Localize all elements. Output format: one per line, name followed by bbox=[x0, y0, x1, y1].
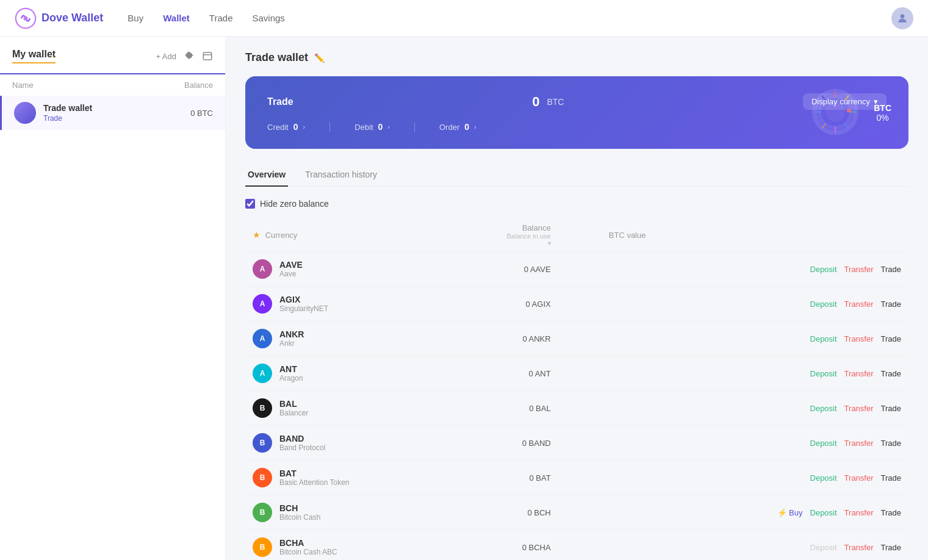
coin-symbol: AAVE bbox=[279, 260, 303, 270]
sidebar-actions: + Add bbox=[156, 51, 213, 62]
trade-button[interactable]: Trade bbox=[881, 473, 901, 483]
transfer-button[interactable]: Transfer bbox=[844, 508, 874, 517]
trade-stat-credit[interactable]: Credit 0 › bbox=[267, 122, 329, 132]
buy-button[interactable]: ⚡ Buy bbox=[777, 508, 803, 517]
coin-fullname: Aragon bbox=[279, 374, 303, 382]
nav-buy[interactable]: Buy bbox=[128, 13, 143, 23]
table-row: A ANT Aragon 0 ANT Deposit Transfer Trad… bbox=[245, 356, 908, 391]
th-balance[interactable]: Balance Balance in use ▾ bbox=[450, 218, 558, 252]
logo[interactable]: Dove Wallet bbox=[15, 7, 103, 29]
transfer-button[interactable]: Transfer bbox=[844, 334, 874, 343]
transfer-button[interactable]: Transfer bbox=[844, 265, 874, 274]
nav-savings[interactable]: Savings bbox=[252, 13, 284, 23]
order-label: Order bbox=[439, 123, 459, 132]
coin-cell: B BCHA Bitcoin Cash ABC bbox=[245, 530, 450, 561]
tab-overview[interactable]: Overview bbox=[245, 163, 288, 187]
transfer-button[interactable]: Transfer bbox=[844, 369, 874, 378]
coin-logo: A bbox=[253, 329, 272, 348]
coin-info: BCH Bitcoin Cash bbox=[279, 503, 320, 522]
donut-chart bbox=[811, 87, 860, 138]
coin-info: BAND Band Protocol bbox=[279, 434, 325, 452]
deposit-button-disabled: Deposit bbox=[810, 543, 837, 552]
wallet-name: Trade wallet bbox=[43, 103, 190, 113]
coin-symbol: BAND bbox=[279, 434, 325, 443]
main-content: Trade wallet ✏️ Trade 0 BTC Display curr… bbox=[226, 37, 928, 560]
nav-trade[interactable]: Trade bbox=[209, 13, 233, 23]
debit-arrow: › bbox=[387, 123, 390, 131]
trade-button[interactable]: Trade bbox=[881, 369, 901, 378]
deposit-button[interactable]: Deposit bbox=[810, 404, 837, 413]
btc-value-cell bbox=[558, 426, 653, 461]
trade-stat-debit[interactable]: Debit 0 › bbox=[329, 122, 414, 132]
deposit-button[interactable]: Deposit bbox=[810, 300, 837, 309]
btc-value-cell bbox=[558, 391, 653, 426]
coin-symbol: ANT bbox=[279, 364, 303, 374]
nav-wallet[interactable]: Wallet bbox=[163, 13, 190, 23]
sidebar-table-header: Name Balance bbox=[0, 74, 225, 96]
coin-fullname: Ankr bbox=[279, 339, 304, 348]
coin-cell: B BAT Basic Attention Token bbox=[245, 461, 450, 495]
user-avatar[interactable] bbox=[891, 7, 913, 29]
deposit-button[interactable]: Deposit bbox=[810, 369, 837, 378]
coin-info: BAL Balancer bbox=[279, 399, 308, 417]
trade-card-bottom: Credit 0 › Debit 0 › Order 0 › bbox=[267, 122, 887, 132]
table-row: B BCH Bitcoin Cash 0 BCH ⚡ Buy Deposit T… bbox=[245, 495, 908, 530]
deposit-button[interactable]: Deposit bbox=[810, 334, 837, 343]
transfer-button[interactable]: Transfer bbox=[844, 300, 874, 309]
coin-logo: A bbox=[253, 294, 272, 314]
balance-cell: 0 ANT bbox=[450, 356, 558, 391]
trade-stat-order[interactable]: Order 0 › bbox=[414, 122, 501, 132]
trade-button[interactable]: Trade bbox=[881, 439, 901, 448]
coin-fullname: Aave bbox=[279, 270, 303, 278]
th-sort-icon: ▾ bbox=[458, 240, 551, 246]
transfer-button[interactable]: Transfer bbox=[844, 543, 874, 552]
transfer-button[interactable]: Transfer bbox=[844, 473, 874, 483]
trade-card-top: Trade 0 BTC Display currency ▾ bbox=[267, 93, 887, 110]
balance-cell: 0 AGIX bbox=[450, 287, 558, 321]
coin-symbol: BCHA bbox=[279, 538, 337, 548]
action-cell: ⚡ Buy Deposit Transfer Trade bbox=[653, 495, 908, 530]
action-cell: Deposit Transfer Trade bbox=[653, 252, 908, 287]
deposit-button[interactable]: Deposit bbox=[810, 508, 837, 517]
trade-balance: 0 BTC bbox=[532, 94, 564, 110]
account-icon[interactable] bbox=[202, 51, 213, 62]
transfer-button[interactable]: Transfer bbox=[844, 439, 874, 448]
tab-transaction-history[interactable]: Transaction history bbox=[303, 163, 379, 187]
th-currency[interactable]: ★ Currency bbox=[245, 218, 450, 252]
hide-zero-balance-checkbox[interactable] bbox=[245, 199, 255, 209]
th-btc-value[interactable]: BTC value bbox=[558, 218, 653, 252]
btc-currency-label: BTC bbox=[874, 103, 891, 113]
coin-logo: B bbox=[253, 503, 272, 522]
trade-button[interactable]: Trade bbox=[881, 404, 901, 413]
transfer-button[interactable]: Transfer bbox=[844, 404, 874, 413]
btc-percentage: 0% bbox=[874, 113, 891, 123]
trade-button[interactable]: Trade bbox=[881, 543, 901, 552]
table-row: B BAT Basic Attention Token 0 BAT Deposi… bbox=[245, 461, 908, 495]
svg-point-16 bbox=[847, 109, 851, 112]
deposit-button[interactable]: Deposit bbox=[810, 439, 837, 448]
coin-symbol: BCH bbox=[279, 503, 320, 513]
wallet-row-trade[interactable]: Trade wallet Trade 0 BTC bbox=[0, 96, 225, 130]
trade-button[interactable]: Trade bbox=[881, 265, 901, 274]
edit-icon[interactable]: ✏️ bbox=[314, 53, 325, 63]
coin-logo: B bbox=[253, 537, 272, 557]
balance-cell: 0 BAT bbox=[450, 461, 558, 495]
balance-cell: 0 BCH bbox=[450, 495, 558, 530]
coin-logo: B bbox=[253, 398, 272, 418]
settings-icon[interactable] bbox=[184, 51, 195, 62]
balance-cell: 0 ANKR bbox=[450, 321, 558, 356]
trade-button[interactable]: Trade bbox=[881, 508, 901, 517]
coin-logo: A bbox=[253, 259, 272, 279]
coin-info: ANKR Ankr bbox=[279, 329, 304, 348]
sidebar-title: My wallet bbox=[12, 49, 56, 63]
trade-amount: 0 bbox=[532, 94, 539, 110]
table-row: A AAVE Aave 0 AAVE Deposit Transfer Trad… bbox=[245, 252, 908, 287]
filter-row: Hide zero balance bbox=[245, 199, 908, 209]
debit-label: Debit bbox=[354, 123, 373, 132]
add-wallet-button[interactable]: + Add bbox=[156, 52, 176, 61]
trade-button[interactable]: Trade bbox=[881, 334, 901, 343]
currency-table: ★ Currency Balance Balance in use ▾ BTC … bbox=[245, 218, 908, 560]
trade-button[interactable]: Trade bbox=[881, 300, 901, 309]
deposit-button[interactable]: Deposit bbox=[810, 265, 837, 274]
deposit-button[interactable]: Deposit bbox=[810, 473, 837, 483]
